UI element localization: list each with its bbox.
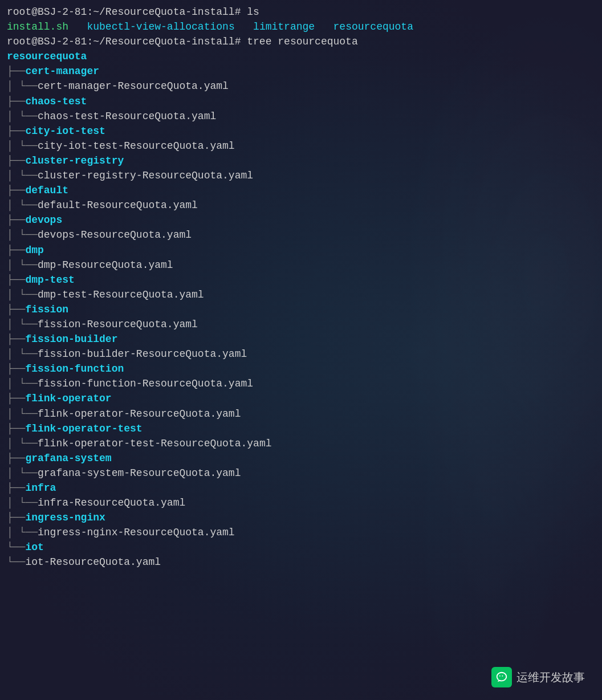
tree-file-grafana-system-ResourceQuota.yaml: │ └── grafana-system-ResourceQuota.yaml <box>7 466 595 481</box>
file-label: fission-builder-ResourceQuota.yaml <box>38 347 247 361</box>
tree-connector: │ └── <box>7 139 38 153</box>
tree-connector: ├── <box>7 361 25 376</box>
tree-folder-chaos-test: ├── chaos-test <box>7 94 595 109</box>
tree-connector: │ └── <box>7 109 38 124</box>
ls-item-resourcequota: resourcequota <box>333 19 413 34</box>
tree-folder-cert-manager: ├── cert-manager <box>7 64 595 79</box>
wechat-badge: 运维开发故事 <box>491 667 585 687</box>
file-label: chaos-test-ResourceQuota.yaml <box>38 109 216 124</box>
tree-file-cert-manager-ResourceQuota.yaml: │ └── cert-manager-ResourceQuota.yaml <box>7 79 595 93</box>
tree-folder-iot: └── iot <box>7 540 595 555</box>
tree-connector: ├── <box>7 421 25 436</box>
tree-root: resourcequota <box>7 49 595 64</box>
file-label: devops-ResourceQuota.yaml <box>38 227 192 242</box>
tree-connector: │ └── <box>7 495 38 510</box>
tree-file-infra-ResourceQuota.yaml: │ └── infra-ResourceQuota.yaml <box>7 495 595 510</box>
tree-file-flink-operator-ResourceQuota.yaml: │ └── flink-operator-ResourceQuota.yaml <box>7 406 595 421</box>
tree-file-dmp-ResourceQuota.yaml: │ └── dmp-ResourceQuota.yaml <box>7 258 595 272</box>
wechat-label: 运维开发故事 <box>516 669 585 686</box>
ls-item-kubectl: kubectl-view-allocations <box>87 19 234 34</box>
tree-connector: ├── <box>7 451 25 466</box>
terminal-container: root@BSJ-2-81:~/ResourceQuota-install# l… <box>0 0 602 575</box>
tree-connector: │ └── <box>7 317 38 332</box>
tree-file-fission-function-ResourceQuota.yaml: │ └── fission-function-ResourceQuota.yam… <box>7 376 595 391</box>
folder-label: fission-function <box>25 361 124 376</box>
tree-connector: ├── <box>7 64 25 79</box>
folder-label: iot <box>25 540 43 555</box>
file-label: default-ResourceQuota.yaml <box>38 198 198 213</box>
tree-connector: │ └── <box>7 287 38 302</box>
tree-connector: ├── <box>7 391 25 406</box>
tree-connector: │ └── <box>7 436 38 451</box>
tree-connector: ├── <box>7 510 25 525</box>
ls-item-install: install.sh <box>7 19 68 34</box>
folder-label: chaos-test <box>25 94 87 109</box>
file-label: dmp-test-ResourceQuota.yaml <box>38 287 204 302</box>
tree-connector: ├── <box>7 272 25 287</box>
folder-label: dmp-test <box>25 272 74 287</box>
file-label: fission-function-ResourceQuota.yaml <box>38 376 253 391</box>
file-label: cert-manager-ResourceQuota.yaml <box>38 79 229 93</box>
tree-file-chaos-test-ResourceQuota.yaml: │ └── chaos-test-ResourceQuota.yaml <box>7 109 595 124</box>
tree-file-cluster-registry-ResourceQuota.yaml: │ └── cluster-registry-ResourceQuota.yam… <box>7 168 595 183</box>
tree-connector: │ └── <box>7 79 38 93</box>
prompt-2: root@BSJ-2-81:~/ResourceQuota-install# t… <box>7 34 358 49</box>
folder-label: grafana-system <box>25 451 111 466</box>
tree-folder-dmp-test: ├── dmp-test <box>7 272 595 287</box>
tree-folder-cluster-registry: ├── cluster-registry <box>7 153 595 168</box>
tree-connector: ├── <box>7 124 25 139</box>
tree-connector: ├── <box>7 481 25 495</box>
tree-connector: ├── <box>7 213 25 227</box>
tree-connector: ├── <box>7 332 25 347</box>
tree-connector: │ └── <box>7 406 38 421</box>
file-label: grafana-system-ResourceQuota.yaml <box>38 466 241 481</box>
tree-file-default-ResourceQuota.yaml: │ └── default-ResourceQuota.yaml <box>7 198 595 213</box>
tree-folder-default: ├── default <box>7 183 595 198</box>
tree-file-city-iot-test-ResourceQuota.yaml: │ └── city-iot-test-ResourceQuota.yaml <box>7 139 595 153</box>
folder-label: flink-operator <box>25 391 111 406</box>
tree-connector: │ └── <box>7 168 38 183</box>
folder-label: dmp <box>25 243 43 258</box>
file-label: dmp-ResourceQuota.yaml <box>38 258 173 272</box>
tree-folder-ingress-nginx: ├── ingress-nginx <box>7 510 595 525</box>
tree-connector: ├── <box>7 243 25 258</box>
folder-label: flink-operator-test <box>25 421 142 436</box>
tree-folder-dmp: ├── dmp <box>7 243 595 258</box>
command-line-2: root@BSJ-2-81:~/ResourceQuota-install# t… <box>7 34 595 49</box>
folder-label: default <box>25 183 68 198</box>
file-label: flink-operator-test-ResourceQuota.yaml <box>38 436 271 451</box>
tree-connector: │ └── <box>7 198 38 213</box>
tree-file-flink-operator-test-ResourceQuota.yaml: │ └── flink-operator-test-ResourceQuota.… <box>7 436 595 451</box>
tree-folder-devops: ├── devops <box>7 213 595 227</box>
folder-label: ingress-nginx <box>25 510 105 525</box>
tree-file-devops-ResourceQuota.yaml: │ └── devops-ResourceQuota.yaml <box>7 227 595 242</box>
tree-file-fission-builder-ResourceQuota.yaml: │ └── fission-builder-ResourceQuota.yaml <box>7 347 595 361</box>
tree-file-ingress-nginx-ResourceQuota.yaml: │ └── ingress-nginx-ResourceQuota.yaml <box>7 525 595 540</box>
tree-file-fission-ResourceQuota.yaml: │ └── fission-ResourceQuota.yaml <box>7 317 595 332</box>
tree-file-iot-ResourceQuota.yaml: └── iot-ResourceQuota.yaml <box>7 555 595 569</box>
file-label: iot-ResourceQuota.yaml <box>25 555 161 569</box>
tree-connector: ├── <box>7 94 25 109</box>
tree-folder-grafana-system: ├── grafana-system <box>7 451 595 466</box>
file-label: flink-operator-ResourceQuota.yaml <box>38 406 241 421</box>
root-folder-name: resourcequota <box>7 49 87 64</box>
tree-connector: ├── <box>7 153 25 168</box>
tree-entries: ├── cert-manager│ └── cert-manager-Resou… <box>7 64 595 569</box>
folder-label: fission-builder <box>25 332 117 347</box>
file-label: fission-ResourceQuota.yaml <box>38 317 198 332</box>
tree-folder-flink-operator-test: ├── flink-operator-test <box>7 421 595 436</box>
tree-folder-infra: ├── infra <box>7 481 595 495</box>
ls-item-limitrange: limitrange <box>253 19 315 34</box>
folder-label: fission <box>25 302 68 317</box>
tree-connector: └── <box>7 540 25 555</box>
file-label: ingress-nginx-ResourceQuota.yaml <box>38 525 235 540</box>
tree-connector: ├── <box>7 302 25 317</box>
ls-output: install.sh kubectl-view-allocations limi… <box>7 19 595 34</box>
tree-folder-fission-function: ├── fission-function <box>7 361 595 376</box>
folder-label: devops <box>25 213 62 227</box>
tree-connector: │ └── <box>7 347 38 361</box>
tree-folder-fission: ├── fission <box>7 302 595 317</box>
tree-connector: │ └── <box>7 258 38 272</box>
folder-label: city-iot-test <box>25 124 105 139</box>
folder-label: cert-manager <box>25 64 99 79</box>
